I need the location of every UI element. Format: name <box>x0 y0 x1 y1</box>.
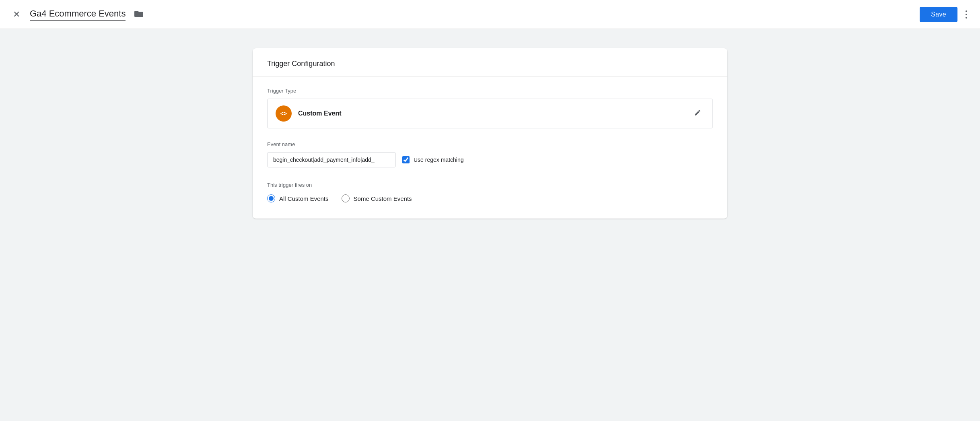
event-name-label: Event name <box>267 141 713 147</box>
edit-trigger-type-button[interactable] <box>691 106 704 122</box>
trigger-type-left: <> Custom Event <box>276 105 342 122</box>
radio-option-some[interactable]: Some Custom Events <box>342 194 412 202</box>
trigger-type-label: Trigger Type <box>267 88 713 94</box>
main-content: Trigger Configuration Trigger Type <> Cu… <box>0 29 980 421</box>
radio-all-custom-events[interactable] <box>267 194 275 202</box>
regex-checkbox[interactable] <box>402 156 410 163</box>
edit-icon <box>694 109 701 118</box>
more-icon <box>966 10 967 19</box>
card-header: Trigger Configuration <box>253 48 727 76</box>
more-options-button[interactable] <box>962 7 970 22</box>
event-name-row: Use regex matching <box>267 152 713 167</box>
radio-option-all[interactable]: All Custom Events <box>267 194 329 202</box>
trigger-config-card: Trigger Configuration Trigger Type <> Cu… <box>253 48 727 219</box>
header-right: Save <box>920 7 970 22</box>
folder-icon <box>134 9 143 19</box>
header-left: ✕ Ga4 Ecommerce Events <box>10 6 146 23</box>
trigger-type-box: <> Custom Event <box>267 99 713 128</box>
fires-on-label: This trigger fires on <box>267 182 713 188</box>
custom-event-icon-text: <> <box>280 110 287 117</box>
regex-label: Use regex matching <box>414 157 464 163</box>
save-button[interactable]: Save <box>920 7 957 22</box>
page-title: Ga4 Ecommerce Events <box>30 8 126 21</box>
app-header: ✕ Ga4 Ecommerce Events Save <box>0 0 980 29</box>
radio-some-label: Some Custom Events <box>354 195 412 202</box>
regex-row: Use regex matching <box>402 156 464 163</box>
card-title: Trigger Configuration <box>267 60 335 68</box>
close-icon: ✕ <box>13 9 20 20</box>
trigger-type-name: Custom Event <box>298 110 342 117</box>
event-name-input[interactable] <box>267 152 396 167</box>
fires-on-radio-group: All Custom Events Some Custom Events <box>267 194 713 202</box>
close-button[interactable]: ✕ <box>10 6 23 23</box>
folder-button[interactable] <box>132 7 146 22</box>
radio-some-custom-events[interactable] <box>342 194 350 202</box>
custom-event-icon: <> <box>276 105 292 122</box>
card-body: Trigger Type <> Custom Event <box>253 76 727 219</box>
radio-all-label: All Custom Events <box>279 195 329 202</box>
